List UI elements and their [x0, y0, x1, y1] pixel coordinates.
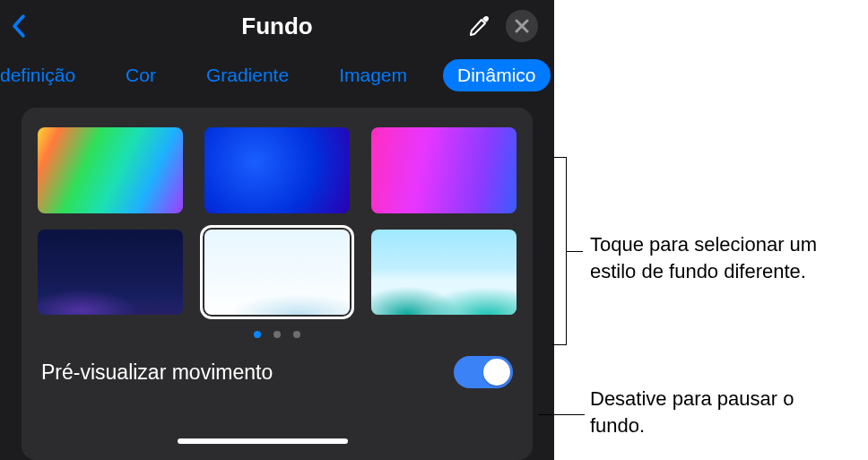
eyedropper-icon: [466, 13, 491, 39]
text-cursor-indicator: [178, 438, 348, 444]
tab-imagem[interactable]: Imagem: [325, 59, 421, 91]
tab-predefinicao[interactable]: definição: [0, 59, 90, 91]
background-panel: Fundo definição Cor Gradiente Imagem Din…: [0, 0, 554, 460]
page-dot-1: [254, 331, 261, 338]
annotation-bracket-styles: [552, 157, 567, 345]
tab-dinamico[interactable]: Dinâmico: [443, 59, 551, 91]
annotation-line-toggle: [538, 414, 585, 415]
preview-motion-label: Pré-visualizar movimento: [41, 360, 273, 385]
chevron-left-icon: [11, 13, 27, 39]
page-indicator[interactable]: [38, 315, 516, 343]
preview-motion-switch[interactable]: [454, 356, 513, 388]
background-style-3[interactable]: [371, 127, 516, 213]
background-style-5[interactable]: [204, 230, 350, 316]
eyedropper-button[interactable]: [466, 13, 491, 39]
category-tabs: definição Cor Gradiente Imagem Dinâmico: [0, 52, 554, 108]
panel-header: Fundo: [0, 0, 554, 52]
dynamic-backgrounds-card: Pré-visualizar movimento: [22, 108, 533, 460]
annotation-text-pause-toggle: Desative para pausar o fundo.: [590, 386, 841, 438]
annotation-text-select-style: Toque para selecionar um estilo de fundo…: [590, 231, 841, 284]
background-style-2[interactable]: [204, 127, 350, 213]
background-style-4[interactable]: [38, 230, 183, 316]
page-dot-3: [293, 331, 300, 338]
panel-title: Fundo: [241, 13, 312, 40]
annotation-layer: Toque para selecionar um estilo de fundo…: [554, 0, 868, 460]
close-icon: [515, 19, 529, 33]
tab-gradiente[interactable]: Gradiente: [192, 59, 303, 91]
background-style-1[interactable]: [38, 127, 183, 213]
close-button[interactable]: [506, 10, 538, 42]
background-style-6[interactable]: [371, 230, 516, 316]
background-thumbnail-grid: [38, 127, 516, 315]
switch-knob: [483, 359, 510, 386]
tab-cor[interactable]: Cor: [111, 59, 170, 91]
page-dot-2: [273, 331, 281, 338]
preview-motion-row: Pré-visualizar movimento: [38, 343, 516, 394]
back-button[interactable]: [11, 13, 27, 39]
